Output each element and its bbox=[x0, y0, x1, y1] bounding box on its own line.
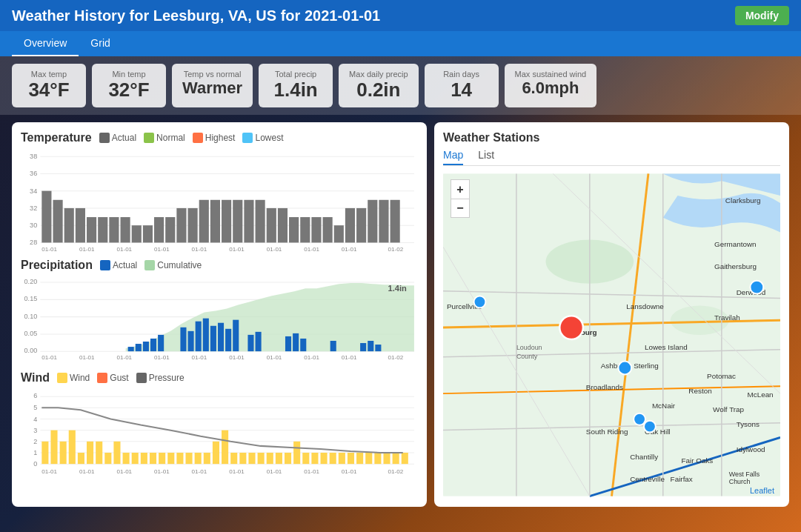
legend-precip-cumulative-label: Cumulative bbox=[157, 260, 202, 270]
svg-text:Centreville: Centreville bbox=[630, 475, 665, 483]
main-tabs: Overview Grid bbox=[0, 31, 801, 56]
zoom-in-button[interactable]: + bbox=[451, 179, 470, 199]
max-wind-label: Max sustained wind bbox=[515, 70, 587, 79]
svg-rect-141 bbox=[302, 453, 309, 464]
svg-rect-79 bbox=[247, 335, 253, 351]
svg-rect-82 bbox=[293, 333, 299, 351]
svg-text:01-02: 01-02 bbox=[388, 246, 404, 253]
svg-rect-143 bbox=[321, 453, 328, 464]
svg-text:Broadlands: Broadlands bbox=[586, 383, 623, 391]
svg-rect-34 bbox=[289, 217, 299, 242]
svg-rect-37 bbox=[323, 217, 333, 242]
legend-wind-label: Wind bbox=[70, 373, 90, 383]
svg-text:0.20: 0.20 bbox=[24, 278, 38, 285]
svg-rect-32 bbox=[267, 208, 276, 243]
svg-text:01-01: 01-01 bbox=[79, 354, 95, 361]
temperature-chart-svg: 38 36 34 32 30 28 bbox=[21, 147, 418, 253]
svg-rect-146 bbox=[348, 453, 354, 464]
svg-text:South Riding: South Riding bbox=[586, 428, 628, 436]
svg-rect-119 bbox=[104, 453, 111, 464]
map-tabs: Map List bbox=[443, 149, 780, 166]
svg-rect-81 bbox=[285, 336, 291, 351]
tab-overview[interactable]: Overview bbox=[12, 31, 79, 56]
min-temp-value: 32°F bbox=[108, 79, 149, 101]
svg-text:01-02: 01-02 bbox=[388, 468, 404, 475]
legend-highest-color bbox=[193, 133, 203, 143]
svg-text:01-01: 01-01 bbox=[41, 354, 57, 361]
svg-rect-152 bbox=[402, 453, 408, 464]
legend-lowest: Lowest bbox=[242, 133, 283, 143]
svg-text:32: 32 bbox=[30, 205, 37, 212]
map-tab-list[interactable]: List bbox=[478, 149, 494, 165]
svg-text:Idylwood: Idylwood bbox=[737, 445, 765, 453]
svg-rect-86 bbox=[368, 341, 373, 351]
svg-text:West Falls: West Falls bbox=[729, 471, 760, 478]
modify-button[interactable]: Modify bbox=[735, 6, 789, 25]
svg-rect-124 bbox=[150, 453, 156, 464]
legend-highest: Highest bbox=[193, 133, 236, 143]
svg-rect-75 bbox=[210, 326, 216, 351]
svg-text:01-01: 01-01 bbox=[304, 246, 319, 253]
svg-rect-144 bbox=[330, 453, 336, 464]
svg-text:01-01: 01-01 bbox=[267, 354, 282, 361]
svg-rect-71 bbox=[180, 327, 186, 351]
legend-wind: Wind bbox=[57, 373, 90, 383]
svg-text:2: 2 bbox=[33, 438, 37, 445]
precip-chart-title: Precipitation bbox=[21, 259, 93, 272]
svg-text:Clarksburg: Clarksburg bbox=[725, 196, 761, 205]
svg-rect-115 bbox=[69, 430, 76, 465]
svg-text:01-01: 01-01 bbox=[154, 354, 170, 361]
temperature-section: Temperature Actual Normal Highest bbox=[21, 131, 418, 251]
svg-rect-39 bbox=[345, 208, 355, 243]
legend-precip-cumul-color bbox=[144, 260, 155, 270]
map-svg: Clarksburg Germantown Gaithersburg Purce… bbox=[443, 172, 780, 498]
svg-rect-16 bbox=[87, 217, 96, 242]
svg-rect-137 bbox=[267, 453, 273, 464]
svg-rect-145 bbox=[339, 453, 345, 464]
map-panel: Weather Stations Map List bbox=[434, 122, 789, 507]
tab-grid[interactable]: Grid bbox=[79, 31, 122, 56]
svg-text:Fairfax: Fairfax bbox=[671, 475, 693, 483]
svg-text:01-01: 01-01 bbox=[154, 468, 170, 475]
legend-precip-actual-label: Actual bbox=[113, 260, 137, 270]
svg-rect-25 bbox=[188, 208, 198, 243]
wind-chart-container: 6 5 4 3 2 1 0 bbox=[21, 388, 418, 476]
svg-rect-12 bbox=[41, 191, 51, 243]
svg-point-213 bbox=[644, 421, 656, 433]
svg-rect-26 bbox=[199, 200, 209, 243]
temp-chart-title: Temperature bbox=[21, 131, 92, 144]
svg-text:38: 38 bbox=[30, 153, 37, 160]
svg-rect-83 bbox=[300, 339, 306, 351]
map-title: Weather Stations bbox=[443, 131, 780, 144]
svg-text:Lowes Island: Lowes Island bbox=[645, 343, 688, 351]
max-wind-value: 6.0mph bbox=[522, 79, 579, 97]
svg-rect-133 bbox=[230, 453, 237, 464]
wind-chart-svg: 6 5 4 3 2 1 0 bbox=[21, 388, 418, 481]
svg-text:Gaithersburg: Gaithersburg bbox=[714, 262, 757, 270]
svg-rect-68 bbox=[143, 342, 149, 351]
zoom-out-button[interactable]: − bbox=[451, 199, 470, 218]
leaflet-attribution[interactable]: Leaflet bbox=[750, 486, 774, 495]
svg-text:01-01: 01-01 bbox=[154, 246, 170, 253]
temp-normal-label: Temp vs normal bbox=[182, 70, 242, 79]
legend-actual-color bbox=[99, 133, 110, 143]
svg-text:Wolf Trap: Wolf Trap bbox=[713, 405, 745, 413]
svg-rect-41 bbox=[368, 200, 377, 243]
legend-lowest-color bbox=[242, 133, 253, 143]
map-tab-map[interactable]: Map bbox=[443, 149, 463, 165]
svg-text:Germantown: Germantown bbox=[714, 240, 757, 248]
svg-text:01-01: 01-01 bbox=[79, 468, 95, 475]
svg-rect-125 bbox=[159, 453, 165, 464]
svg-rect-84 bbox=[330, 341, 336, 351]
legend-normal-label: Normal bbox=[156, 133, 185, 143]
svg-text:01-01: 01-01 bbox=[116, 468, 132, 475]
svg-rect-73 bbox=[196, 322, 202, 351]
svg-text:Potomac: Potomac bbox=[707, 372, 736, 380]
legend-pressure-color bbox=[136, 373, 147, 383]
rain-days-value: 14 bbox=[451, 79, 472, 101]
svg-rect-138 bbox=[276, 453, 282, 464]
svg-rect-139 bbox=[285, 453, 291, 464]
svg-rect-27 bbox=[210, 200, 220, 243]
svg-text:Fair Oaks: Fair Oaks bbox=[681, 456, 713, 465]
svg-rect-19 bbox=[121, 217, 130, 242]
